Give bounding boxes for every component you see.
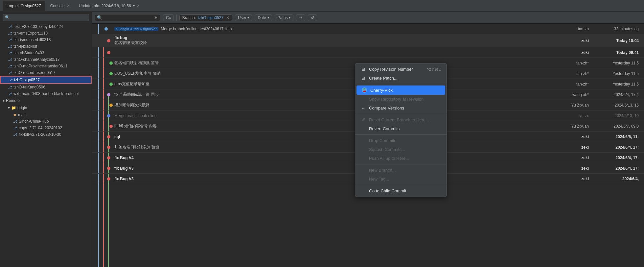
remote-group-header[interactable]: ▾ Remote [0,97,92,104]
sidebar-item-branch-7[interactable]: ⎇ tzhO-record-userId0517 [0,69,92,76]
author-7: wang-xh* [549,92,589,97]
sinch-label: Sinch-China-Hub [19,119,49,124]
tab-console[interactable]: Console ✕ [46,1,74,11]
sidebar-item-copy[interactable]: ⎇ copy_2.71.04_20240102 [0,125,92,131]
author-4: tan-zh* [549,61,589,65]
sidebar-item-branch-2[interactable]: ⎇ tzh-isms-userbill0318 [0,36,92,43]
date-11: 2024/6/5, 11: [589,134,641,139]
branch-icon-0: ⎇ [8,25,12,29]
context-menu-item-cherry-pick[interactable]: 🍒 Cherry-Pick [356,85,445,95]
main-label: main [18,112,27,117]
commit-msg-4: 签名端口映射增加批 签管 [114,60,549,66]
author-12: zeki [549,145,589,150]
remote-label: Remote [6,98,20,103]
dot-9 [107,114,110,117]
sidebar-item-branch-9[interactable]: ⎇ tzhO-taiKang0506 [0,84,92,90]
date-button[interactable]: Date ▾ [255,14,272,21]
graph-col-4 [95,61,114,65]
date-5: Yesterday 11:5 [589,71,641,76]
sidebar-item-branch-3[interactable]: ⎇ tzh-lj-blacklist [0,43,92,50]
sidebar-item-branch-4[interactable]: ⎇ tzh-ybStatus0403 [0,50,92,56]
tab-log[interactable]: Log: tzhO-sign0527 [3,1,45,11]
dot-8 [109,104,113,107]
context-menu-item-copy-revision[interactable]: ⊟ Copy Revision Number ⌥⇧⌘C [355,65,447,74]
author-14: zeki [549,166,589,171]
graph-col-14 [95,167,114,170]
commit-msg-8: 增加账号频次失败路 [114,102,549,108]
paths-dropdown-icon: ▾ [289,16,290,19]
revert-commits-label: Revert Commits [369,126,400,131]
context-menu-item-new-branch: New Branch... [355,166,447,175]
context-menu-item-reset-branch: ↺ Reset Current Branch to Here... [355,115,447,124]
paths-button[interactable]: Paths ▾ [275,14,294,21]
close-update-icon[interactable]: ✕ [137,4,140,8]
copy-revision-label: Copy Revision Number [369,67,413,72]
origin-group-header[interactable]: ▾ 📁 origin [0,104,92,111]
cc-button[interactable]: Cc [163,14,174,21]
author-11: zeki [549,134,589,139]
sidebar-item-label-2: tzh-isms-userbill0318 [13,37,51,42]
commit-msg-2: fix bug 签名管理 去重校验 [114,36,549,46]
new-branch-label: New Branch... [369,168,396,173]
tab-update-label: Update Info: 2024/6/18, 10:56 [79,4,131,8]
context-menu-separator-2 [355,114,447,114]
commit-msg-5: CUS_USER增加字段 ns消 [114,71,549,76]
branch-value: tzhO-sign0527 [198,15,223,20]
dot-2 [107,39,110,42]
commit-msg-10: [add] 短信内容含号 内容 [114,123,549,129]
sidebar-item-branch-5[interactable]: ⎇ tzhO-channelAnalyze0517 [0,56,92,63]
dot-14 [107,167,110,170]
tab-bar: Log: tzhO-sign0527 Console ✕ Update Info… [0,0,644,12]
commit-row-1[interactable]: 🏷 origin & tzhO-sign0527 Merge branch 'o… [92,24,644,34]
close-console-icon[interactable]: ✕ [67,4,70,8]
sidebar-item-label-4: tzh-ybStatus0403 [13,51,44,55]
tab-update-dropdown-icon[interactable]: ▾ [133,4,135,8]
sidebar-item-sinch[interactable]: ⎇ Sinch-China-Hub [0,118,92,125]
commit-row-2[interactable]: fix bug 签名管理 去重校验 zeki Today 10:04 [92,34,644,47]
sidebar-item-label-7: tzhO-record-userId0517 [13,70,55,75]
graph-col-3 [95,51,114,54]
sidebar-item-branch-10[interactable]: ⎇ wxh-main-0408-haobo-black-protocol [0,90,92,97]
sidebar-item-fix-bill[interactable]: ⎇ fix-bill-v2.71-2023-10-30 [0,131,92,138]
sidebar-item-branch-6[interactable]: ⎇ tzhO-moProvince-transfer0611 [0,63,92,69]
date-dropdown-icon: ▾ [267,16,269,19]
pin-button[interactable]: ⇥ [296,14,305,21]
branch-close-icon[interactable]: ✕ [226,15,229,20]
context-menu-item-revert-commits[interactable]: Revert Commits [355,124,447,133]
sidebar-item-branch-8[interactable]: ⎇ tzhO-sign0527 [0,76,92,84]
context-menu: ⊟ Copy Revision Number ⌥⇧⌘C ⊞ Create Pat… [355,63,447,197]
branch-icon-10: ⎇ [8,92,12,96]
author-2: zeki [549,38,589,43]
tab-console-label: Console [50,4,65,8]
date-8: 2024/6/13, 15 [589,103,641,108]
sidebar-search-input[interactable] [3,14,89,21]
dot-6 [109,83,113,86]
date-13: 2024/6/4, 17: [589,156,641,160]
author-13: zeki [549,156,589,160]
graph-col-8 [95,104,114,107]
search-input[interactable] [104,15,153,20]
tab-update[interactable]: Update Info: 2024/6/18, 10:56 ▾ ✕ [75,1,144,11]
context-menu-item-compare-versions[interactable]: ↔ Compare Versions [355,104,447,112]
toolbar-separator-1 [176,14,177,21]
branch-icon-6: ⎇ [8,64,12,68]
user-button[interactable]: User ▾ [235,14,252,21]
refresh-button[interactable]: ↺ [308,14,317,21]
sidebar-item-branch-0[interactable]: ⎇ test_v2.72.03_copy-tzh0424 [0,23,92,30]
dot-12 [107,146,110,149]
graph-col-5 [95,72,114,75]
context-menu-separator-1 [355,84,447,84]
sidebar-item-main[interactable]: ★ main [0,111,92,118]
create-patch-icon: ⊞ [360,76,366,81]
branch-filter[interactable]: Branch: tzhO-sign0527 ✕ [179,14,232,21]
copy-revision-shortcut: ⌥⇧⌘C [426,67,441,72]
sidebar-item-branch-1[interactable]: ⎇ tzh-emsExport1113 [0,30,92,36]
commit-row-3[interactable]: zeki Today 09:41 [92,47,644,58]
search-icon: 🔍 [97,15,102,20]
sinch-branch-icon: ⎇ [13,119,17,124]
date-15: 2024/6/4, [589,177,641,181]
date-label: Date [258,15,266,20]
author-10: Yu Zixuan [549,124,589,129]
context-menu-item-go-to-child[interactable]: Go to Child Commit [355,186,447,195]
context-menu-item-create-patch[interactable]: ⊞ Create Patch... [355,74,447,83]
